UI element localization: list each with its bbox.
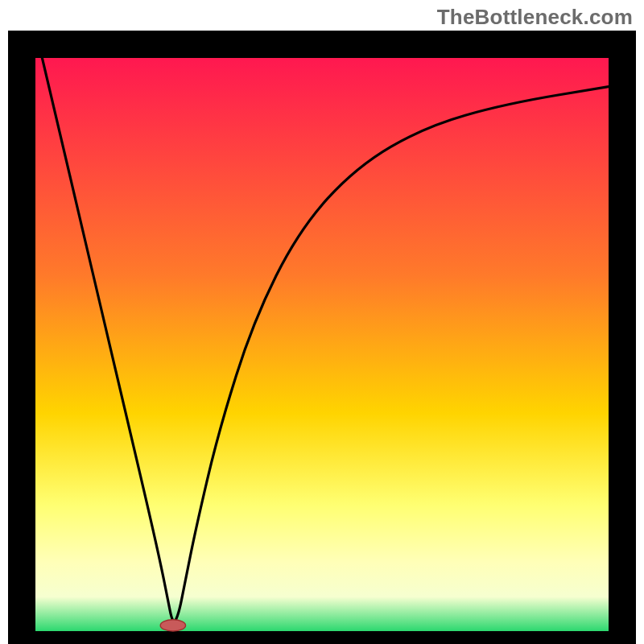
bottleneck-chart	[0, 0, 644, 644]
optimum-marker	[160, 620, 185, 631]
plot-area	[35, 58, 609, 631]
